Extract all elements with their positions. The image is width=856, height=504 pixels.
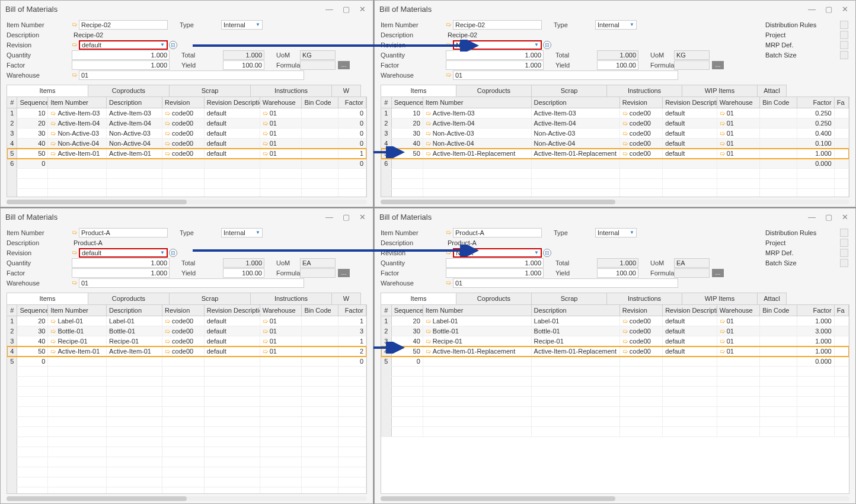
tab-scrap[interactable]: Scrap xyxy=(169,85,251,97)
link-arrow-icon[interactable]: ➯ xyxy=(50,149,56,158)
link-arrow-icon[interactable]: ➯ xyxy=(622,129,628,138)
table-row[interactable]: 550 ➯Active-Item-01-ReplacementActive-It… xyxy=(381,149,849,159)
link-arrow-icon[interactable]: ➯ xyxy=(72,229,77,236)
link-arrow-icon[interactable]: ➯ xyxy=(165,139,170,148)
tab-coproducts[interactable]: Coproducts xyxy=(456,293,532,304)
table-row[interactable]: 120 ➯Label-01Label-01 ➯code00default ➯01… xyxy=(381,316,849,326)
table-row[interactable]: 550 ➯Active-Item-01Active-Item-01 ➯code0… xyxy=(7,149,366,159)
link-arrow-icon[interactable]: ➯ xyxy=(72,71,77,79)
dist-checkbox[interactable] xyxy=(840,249,848,257)
link-arrow-icon[interactable]: ➯ xyxy=(622,119,628,128)
link-arrow-icon[interactable]: ➯ xyxy=(165,347,170,356)
tab-scrap[interactable]: Scrap xyxy=(531,293,607,304)
quantity-field[interactable]: 1.000 xyxy=(72,258,170,268)
revision-detail-button[interactable]: ⊟ xyxy=(169,41,177,49)
table-row[interactable]: 110 ➯Active-Item-03Active-Item-03 ➯code0… xyxy=(381,108,849,118)
maximize-icon[interactable]: ▢ xyxy=(340,213,352,221)
dist-checkbox[interactable] xyxy=(840,41,848,49)
quantity-field[interactable]: 1.000 xyxy=(446,258,544,268)
tab-items[interactable]: Items xyxy=(7,85,88,97)
formula-button[interactable]: … xyxy=(338,269,350,277)
revision-select[interactable]: default▼ xyxy=(79,248,168,258)
table-row[interactable]: 230 ➯Bottle-01Bottle-01 ➯code00default ➯… xyxy=(7,326,366,336)
tab-wip-items[interactable]: WIP Items xyxy=(682,85,758,97)
item-number-field[interactable]: Product-A xyxy=(453,228,542,237)
link-arrow-icon[interactable]: ➯ xyxy=(426,337,431,346)
factor-field[interactable]: 1.000 xyxy=(72,60,170,70)
link-arrow-icon[interactable]: ➯ xyxy=(720,337,725,346)
link-arrow-icon[interactable]: ➯ xyxy=(720,347,725,356)
link-arrow-icon[interactable]: ➯ xyxy=(426,139,431,148)
tab-items[interactable]: Items xyxy=(381,293,456,304)
link-arrow-icon[interactable]: ➯ xyxy=(165,119,170,128)
link-arrow-icon[interactable]: ➯ xyxy=(50,139,56,148)
link-arrow-icon[interactable]: ➯ xyxy=(165,317,170,326)
tab-scrap[interactable]: Scrap xyxy=(531,85,607,97)
horizontal-scrollbar[interactable] xyxy=(381,200,849,204)
link-arrow-icon[interactable]: ➯ xyxy=(50,347,56,356)
link-arrow-icon[interactable]: ➯ xyxy=(426,119,431,128)
link-arrow-icon[interactable]: ➯ xyxy=(720,109,725,118)
link-arrow-icon[interactable]: ➯ xyxy=(165,327,170,336)
warehouse-field[interactable]: 01 xyxy=(453,278,678,288)
table-row[interactable]: 440 ➯Non-Active-04Non-Active-04 ➯code00d… xyxy=(381,139,849,149)
link-arrow-icon[interactable]: ➯ xyxy=(50,119,56,128)
tab-coproducts[interactable]: Coproducts xyxy=(88,85,170,97)
link-arrow-icon[interactable]: ➯ xyxy=(165,149,170,158)
tab-attacl[interactable]: Attacl xyxy=(757,293,787,304)
minimize-icon[interactable]: ― xyxy=(806,5,818,14)
link-arrow-icon[interactable]: ➯ xyxy=(720,129,725,138)
table-row[interactable]: 230 ➯Bottle-01Bottle-01 ➯code00default ➯… xyxy=(381,326,849,336)
link-arrow-icon[interactable]: ➯ xyxy=(446,71,451,79)
link-arrow-icon[interactable]: ➯ xyxy=(50,109,56,118)
close-icon[interactable]: ✕ xyxy=(839,213,851,221)
table-row[interactable]: 120 ➯Label-01Label-01 ➯code00default ➯01… xyxy=(7,316,366,326)
link-arrow-icon[interactable]: ➯ xyxy=(426,317,431,326)
tab-items[interactable]: Items xyxy=(381,85,456,97)
maximize-icon[interactable]: ▢ xyxy=(823,5,835,14)
table-row[interactable]: 340 ➯Recipe-01Recipe-01 ➯code00default ➯… xyxy=(381,336,849,346)
tab-coproducts[interactable]: Coproducts xyxy=(88,293,170,304)
link-arrow-icon[interactable]: ➯ xyxy=(426,327,431,336)
table-row[interactable]: 6 0.000 xyxy=(381,159,849,169)
type-select[interactable]: Internal▼ xyxy=(595,228,637,237)
table-row[interactable]: 50 0.000 xyxy=(381,357,849,367)
link-arrow-icon[interactable]: ➯ xyxy=(446,279,451,287)
tab-w[interactable]: W xyxy=(331,293,361,304)
factor-field[interactable]: 1.000 xyxy=(72,268,170,278)
table-row[interactable]: 110 ➯Active-Item-03Active-Item-03 ➯code0… xyxy=(7,108,366,118)
link-arrow-icon[interactable]: ➯ xyxy=(72,279,77,287)
link-arrow-icon[interactable]: ➯ xyxy=(446,41,451,49)
link-arrow-icon[interactable]: ➯ xyxy=(72,41,77,49)
yield-field[interactable]: 100.00 xyxy=(597,268,638,278)
horizontal-scrollbar[interactable] xyxy=(7,200,367,204)
link-arrow-icon[interactable]: ➯ xyxy=(622,347,628,356)
link-arrow-icon[interactable]: ➯ xyxy=(622,109,628,118)
link-arrow-icon[interactable]: ➯ xyxy=(72,249,77,256)
item-number-field[interactable]: Recipe-02 xyxy=(79,20,168,30)
table-row[interactable]: 450 ➯Active-Item-01Active-Item-01 ➯code0… xyxy=(7,346,366,357)
factor-field[interactable]: 1.000 xyxy=(446,60,544,70)
tab-instructions[interactable]: Instructions xyxy=(606,293,682,304)
link-arrow-icon[interactable]: ➯ xyxy=(622,149,628,158)
formula-button[interactable]: … xyxy=(712,61,724,69)
tab-instructions[interactable]: Instructions xyxy=(250,85,332,97)
tab-items[interactable]: Items xyxy=(7,293,88,304)
tab-attacl[interactable]: Attacl xyxy=(757,85,787,97)
dist-checkbox[interactable] xyxy=(840,31,848,39)
dist-checkbox[interactable] xyxy=(840,259,848,267)
warehouse-field[interactable]: 01 xyxy=(453,70,678,80)
quantity-field[interactable]: 1.000 xyxy=(72,50,170,60)
minimize-icon[interactable]: ― xyxy=(806,213,818,221)
link-arrow-icon[interactable]: ➯ xyxy=(446,229,451,236)
link-arrow-icon[interactable]: ➯ xyxy=(263,149,268,158)
type-select[interactable]: Internal▼ xyxy=(221,228,263,237)
formula-button[interactable]: … xyxy=(338,61,350,69)
minimize-icon[interactable]: ― xyxy=(323,5,336,14)
type-select[interactable]: Internal▼ xyxy=(221,20,263,30)
revision-detail-button[interactable]: ⊟ xyxy=(543,249,551,257)
maximize-icon[interactable]: ▢ xyxy=(823,213,835,221)
dist-checkbox[interactable] xyxy=(840,51,848,59)
dist-checkbox[interactable] xyxy=(840,239,848,247)
link-arrow-icon[interactable]: ➯ xyxy=(622,317,628,326)
